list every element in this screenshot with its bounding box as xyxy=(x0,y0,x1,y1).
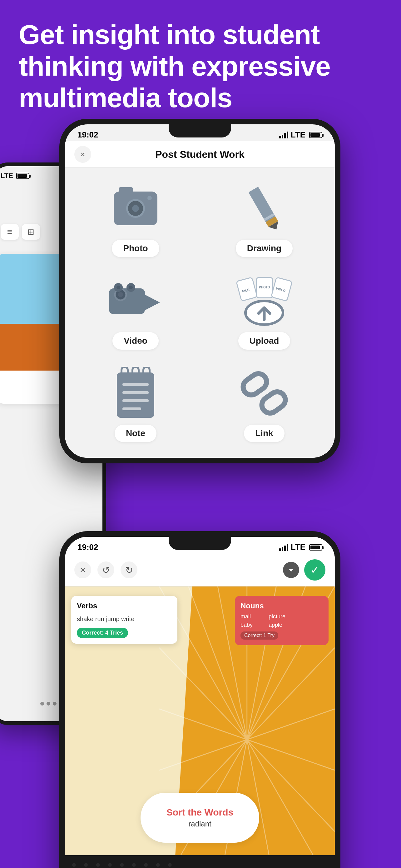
list-icon: ≡ xyxy=(7,227,12,237)
list-view-button[interactable]: ≡ xyxy=(1,224,19,240)
note-label: Note xyxy=(114,425,157,442)
svg-rect-29 xyxy=(259,389,288,416)
svg-line-38 xyxy=(247,648,335,740)
svg-point-56 xyxy=(132,863,136,867)
chevron-down-icon xyxy=(287,566,295,574)
comic-bottom-bar xyxy=(65,855,335,868)
phone-main-battery xyxy=(309,132,322,138)
noun-2: picture xyxy=(269,613,295,620)
note-option[interactable]: Note xyxy=(84,368,188,442)
dot-1 xyxy=(40,702,44,706)
sort-words-label: Sort the Words xyxy=(166,807,233,818)
nouns-word-list: mail picture baby apple xyxy=(240,613,323,628)
svg-line-39 xyxy=(247,709,335,740)
phone-second: 19:02 LTE × ↺ ↻ xyxy=(59,531,340,868)
phone-second-notch xyxy=(169,537,231,550)
svg-rect-24 xyxy=(123,383,149,386)
nouns-panel: Nouns mail picture baby apple Correct: 1… xyxy=(235,596,329,645)
phone-second-battery xyxy=(309,544,322,551)
phone-main-header: × Post Student Work xyxy=(65,141,335,168)
pencil-icon xyxy=(245,183,283,234)
svg-line-47 xyxy=(159,740,247,770)
camera-icon xyxy=(114,191,157,225)
close-button[interactable]: × xyxy=(74,146,91,163)
dot-3 xyxy=(53,702,57,706)
hero-text: Get insight into student thinking with e… xyxy=(19,19,382,114)
upload-option[interactable]: FILE PHOTO VIDEO Upload xyxy=(212,276,316,350)
photo-label: Photo xyxy=(112,240,159,257)
verbs-panel: Verbs shake run jump write Correct: 4 Tr… xyxy=(71,596,177,644)
phone-left-lte-label: LTE xyxy=(1,172,13,180)
noun-4: baby xyxy=(240,622,267,628)
svg-line-40 xyxy=(247,740,335,770)
grid-view-button[interactable]: ⊞ xyxy=(22,224,40,240)
svg-point-51 xyxy=(72,863,76,867)
svg-point-53 xyxy=(96,863,100,867)
drawing-icon-wrap xyxy=(236,183,292,234)
comic-dots xyxy=(65,855,335,868)
link-icon-wrap xyxy=(236,368,292,418)
dropdown-button[interactable] xyxy=(283,562,299,578)
sort-words-oval: Sort the Words radiant xyxy=(140,793,259,843)
phone-main: 19:02 LTE × Post Student Work xyxy=(59,119,340,463)
phone-second-status-right: LTE xyxy=(279,542,322,552)
redo-button[interactable]: ↻ xyxy=(121,561,137,578)
second-close-button[interactable]: × xyxy=(74,561,91,578)
nouns-title: Nouns xyxy=(240,601,323,610)
svg-rect-23 xyxy=(117,372,154,418)
svg-rect-26 xyxy=(123,399,149,402)
drawing-label: Drawing xyxy=(236,240,293,257)
camera-bump xyxy=(119,187,133,193)
svg-point-57 xyxy=(144,863,148,867)
signal-bar-1 xyxy=(279,136,281,138)
svg-line-41 xyxy=(247,740,335,832)
second-close-icon: × xyxy=(80,565,86,575)
sort-target-word: radiant xyxy=(188,819,211,828)
svg-line-48 xyxy=(159,709,247,740)
phone-left-battery-icon xyxy=(16,173,29,179)
undo-icon: ↺ xyxy=(102,565,110,576)
camera-lens xyxy=(126,199,145,218)
photo-option[interactable]: Photo xyxy=(84,183,188,257)
undo-button[interactable]: ↺ xyxy=(97,561,114,578)
phone-second-signal xyxy=(279,544,288,551)
video-label: Video xyxy=(112,332,159,350)
dot-2 xyxy=(46,702,50,706)
svg-marker-30 xyxy=(289,569,294,572)
status-right: LTE xyxy=(279,130,322,140)
verbs-word-list: shake run jump write xyxy=(77,614,172,624)
svg-line-49 xyxy=(159,648,247,740)
phone-second-lte: LTE xyxy=(291,542,305,552)
note-icon xyxy=(114,367,157,420)
svg-point-55 xyxy=(120,863,124,867)
video-icon xyxy=(107,281,164,321)
signal-bar-4 xyxy=(287,131,288,138)
video-option[interactable]: Video xyxy=(84,276,188,350)
confirm-button[interactable]: ✓ xyxy=(304,559,326,581)
link-label: Link xyxy=(244,425,285,442)
signal-bar-s4 xyxy=(287,544,288,551)
phone-main-notch xyxy=(169,124,231,137)
check-icon: ✓ xyxy=(310,564,319,576)
svg-point-8 xyxy=(116,286,120,289)
sort-words-content: Verbs shake run jump write Correct: 4 Tr… xyxy=(65,587,335,868)
signal-bar-2 xyxy=(282,135,283,138)
photo-icon-wrap xyxy=(107,183,164,234)
dots-menu[interactable] xyxy=(40,702,57,706)
nouns-correct-badge: Correct: 1 Try xyxy=(240,631,278,640)
signal-bar-s1 xyxy=(279,548,281,551)
svg-point-52 xyxy=(84,863,88,867)
upload-icon: FILE PHOTO VIDEO xyxy=(236,276,292,326)
phone-main-lte: LTE xyxy=(291,130,305,140)
media-options-grid: Photo Drawing xyxy=(65,168,335,458)
toolbar-right: ✓ xyxy=(283,559,326,581)
svg-marker-11 xyxy=(145,294,160,310)
link-icon xyxy=(239,370,289,417)
link-option[interactable]: Link xyxy=(212,368,316,442)
verbs-title: Verbs xyxy=(77,601,172,610)
signal-bar-s3 xyxy=(284,546,286,551)
drawing-option[interactable]: Drawing xyxy=(212,183,316,257)
note-icon-wrap xyxy=(107,368,164,418)
noun-1: mail xyxy=(240,613,267,620)
svg-text:PHOTO: PHOTO xyxy=(259,286,270,289)
